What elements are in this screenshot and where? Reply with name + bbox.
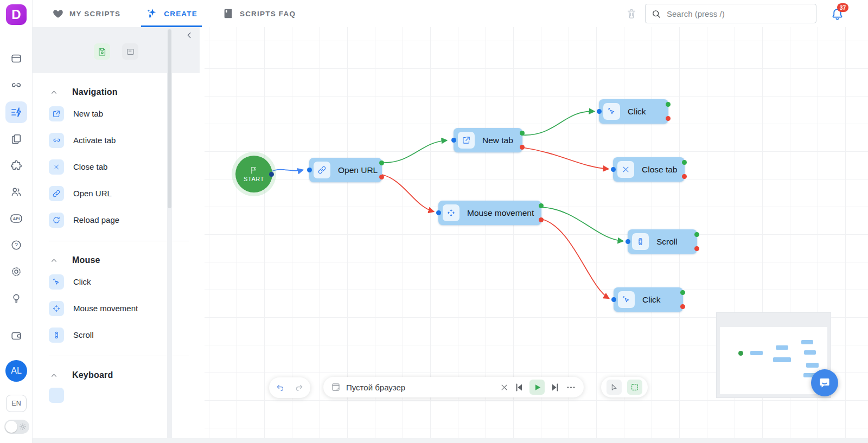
- edge-open-url-to-mouse-movement[interactable]: [382, 175, 433, 211]
- input-port[interactable]: [597, 109, 602, 114]
- section-mouse[interactable]: Mouse: [50, 255, 200, 265]
- input-port[interactable]: [436, 210, 441, 215]
- node-open-url[interactable]: Open URL: [309, 158, 382, 182]
- edge-open-url-to-new-tab[interactable]: [382, 140, 446, 163]
- script-profile-name: Пустой браузер: [346, 383, 405, 392]
- edge-new-tab-to-click[interactable]: [522, 111, 594, 135]
- flow-canvas[interactable]: START Open URL New tab Click: [205, 27, 868, 443]
- success-port[interactable]: [539, 203, 544, 208]
- node-close-tab[interactable]: Close tab: [613, 157, 685, 182]
- start-node[interactable]: START: [235, 156, 272, 192]
- success-port[interactable]: [694, 232, 699, 237]
- node-click-bottom[interactable]: Click: [614, 287, 683, 312]
- trash-icon[interactable]: [626, 7, 637, 20]
- undo-icon[interactable]: [276, 383, 285, 393]
- automation-icon[interactable]: [5, 101, 27, 123]
- palette-item-click[interactable]: Click: [33, 268, 200, 295]
- browser-icon[interactable]: [9, 51, 24, 66]
- input-port[interactable]: [626, 239, 630, 244]
- mouse-movement-icon: [49, 301, 64, 316]
- app-logo[interactable]: D: [6, 4, 27, 25]
- input-port[interactable]: [307, 168, 312, 172]
- input-port[interactable]: [451, 138, 456, 143]
- error-port[interactable]: [680, 304, 685, 309]
- edge-new-tab-to-close-tab[interactable]: [522, 147, 608, 169]
- step-forward-icon[interactable]: [550, 382, 560, 393]
- palette-item-close-tab[interactable]: Close tab: [33, 153, 200, 180]
- tab-my-scripts[interactable]: MY SCRIPTS: [48, 0, 125, 27]
- error-port[interactable]: [694, 246, 699, 251]
- history-toolbar: [269, 377, 310, 398]
- palette-scrollbar-thumb[interactable]: [168, 29, 171, 208]
- edge-mouse-movement-to-click[interactable]: [541, 219, 609, 298]
- team-icon[interactable]: [9, 184, 24, 200]
- success-port[interactable]: [680, 290, 685, 295]
- pointer-mode-icon[interactable]: [607, 380, 622, 395]
- palette-item-label: Click: [73, 277, 91, 286]
- section-keyboard[interactable]: Keyboard: [50, 370, 200, 380]
- success-port[interactable]: [682, 160, 687, 165]
- edge-mouse-movement-to-scroll[interactable]: [541, 207, 623, 241]
- wallet-icon[interactable]: [9, 328, 24, 343]
- play-button[interactable]: [529, 380, 545, 395]
- error-port[interactable]: [379, 175, 384, 179]
- idea-icon[interactable]: [9, 291, 24, 306]
- node-mouse-movement[interactable]: Mouse movement: [438, 201, 541, 225]
- palette-item-activate-tab[interactable]: Activate tab: [33, 127, 200, 153]
- collapse-panel-icon[interactable]: [184, 30, 194, 40]
- palette-item-partial[interactable]: [33, 383, 200, 400]
- chat-widget-button[interactable]: [811, 369, 838, 396]
- api-icon[interactable]: API: [9, 211, 24, 226]
- input-port[interactable]: [611, 167, 616, 172]
- avatar[interactable]: AL: [5, 360, 27, 382]
- palette-item-scroll[interactable]: Scroll: [33, 322, 200, 348]
- clear-profile-icon[interactable]: [500, 383, 508, 391]
- redo-icon[interactable]: [294, 383, 304, 393]
- node-click-top[interactable]: Click: [599, 99, 668, 124]
- start-output-port[interactable]: [269, 172, 274, 177]
- extensions-icon[interactable]: [9, 158, 24, 173]
- link-icon[interactable]: [9, 78, 24, 93]
- palette-item-open-url[interactable]: Open URL: [33, 180, 200, 207]
- input-port[interactable]: [611, 297, 616, 302]
- bottom-scroll-strip[interactable]: [33, 438, 868, 443]
- fit-view-icon[interactable]: [627, 380, 642, 395]
- palette-scrollbar[interactable]: [167, 27, 172, 438]
- more-options-icon[interactable]: [566, 382, 576, 393]
- flag-icon: [250, 166, 258, 175]
- error-port[interactable]: [539, 217, 544, 222]
- success-port[interactable]: [666, 102, 671, 107]
- node-label: Close tab: [642, 165, 677, 175]
- language-button[interactable]: EN: [6, 395, 27, 412]
- success-port[interactable]: [520, 131, 525, 136]
- save-script-button[interactable]: [94, 43, 110, 60]
- node-label: New tab: [482, 136, 513, 145]
- tab-scripts-faq[interactable]: SCRIPTS FAQ: [218, 0, 300, 27]
- edge-start-to-open-url[interactable]: [272, 170, 303, 171]
- error-port[interactable]: [666, 116, 671, 121]
- success-port[interactable]: [379, 160, 384, 165]
- tab-my-scripts-label: MY SCRIPTS: [69, 10, 120, 18]
- minimap-node: [804, 350, 816, 355]
- language-label: EN: [11, 400, 21, 407]
- palette-item-reload-page[interactable]: Reload page: [33, 207, 200, 233]
- palette-item-new-tab[interactable]: New tab: [33, 100, 200, 127]
- click-icon: [618, 291, 635, 308]
- node-new-tab[interactable]: New tab: [454, 128, 522, 152]
- mouse-movement-icon: [443, 204, 459, 221]
- step-back-icon[interactable]: [514, 382, 524, 393]
- section-navigation[interactable]: Navigation: [50, 87, 200, 97]
- tab-create[interactable]: CREATE: [141, 0, 202, 27]
- error-port[interactable]: [682, 174, 687, 179]
- settings-icon[interactable]: [9, 264, 24, 279]
- error-port[interactable]: [520, 145, 525, 150]
- theme-toggle[interactable]: [4, 420, 29, 434]
- help-icon[interactable]: ?: [9, 237, 24, 253]
- heart-icon: [52, 8, 64, 20]
- script-form-button[interactable]: [122, 43, 138, 60]
- notifications-bell[interactable]: 37: [831, 7, 844, 21]
- pages-icon[interactable]: [9, 131, 24, 146]
- search-input[interactable]: [667, 9, 810, 18]
- node-scroll[interactable]: Scroll: [628, 229, 697, 254]
- palette-item-mouse-movement[interactable]: Mouse movement: [33, 295, 200, 322]
